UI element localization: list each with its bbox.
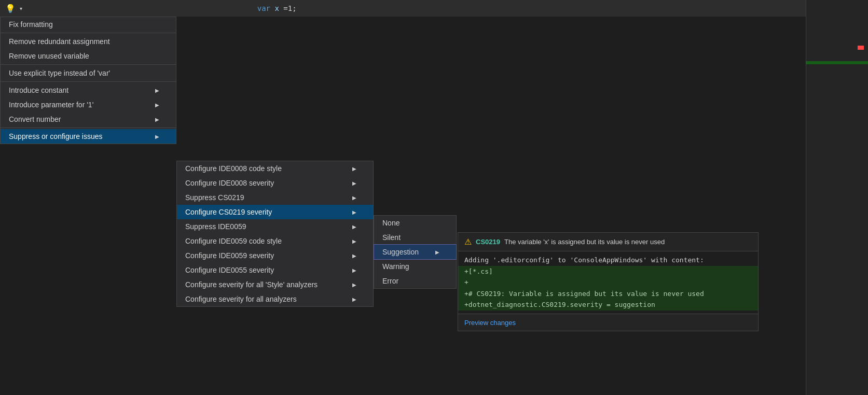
menu-item-remove-unused[interactable]: Remove unused variable [1, 49, 176, 63]
code-line-1: +[*.cs] [458, 266, 758, 277]
minimap-highlight-red [858, 46, 864, 50]
arrow-icon-introduce-constant: ▶ [155, 88, 159, 93]
arrow-icon-introduce-parameter: ▶ [155, 102, 159, 108]
menu-item-configure-cs0219-severity[interactable]: Configure CS0219 severity ▶ [177, 205, 373, 219]
menu-item-configure-ide0008-style[interactable]: Configure IDE0008 code style ▶ [177, 161, 373, 176]
minimap [806, 0, 868, 395]
menu-item-configure-ide0059-style[interactable]: Configure IDE0059 code style ▶ [177, 234, 373, 248]
arrow-icon-configure-cs0219-severity: ▶ [352, 209, 356, 215]
arrow-icon-ide0055-severity: ▶ [352, 267, 356, 273]
menu-separator-4 [1, 128, 176, 128]
menu-item-configure-ide0059-severity[interactable]: Configure IDE0059 severity ▶ [177, 248, 373, 263]
arrow-icon-suggestion: ▶ [435, 249, 439, 255]
secondary-context-menu: Configure IDE0008 code style ▶ Configure… [176, 161, 374, 307]
menu-item-error[interactable]: Error [374, 274, 456, 288]
preview-changes-link[interactable]: Preview changes [464, 319, 516, 327]
menu-item-suppress-ide0059[interactable]: Suppress IDE0059 ▶ [177, 219, 373, 234]
preview-panel: ⚠ CS0219 The variable 'x' is assigned bu… [458, 232, 759, 331]
code-line-4: +dotnet_diagnostic.CS0219.severity = sug… [458, 299, 758, 311]
preview-footer: Preview changes [458, 314, 758, 331]
menu-item-configure-ide0008-severity[interactable]: Configure IDE0008 severity ▶ [177, 176, 373, 190]
code-line-3: +# CS0219: Variable is assigned but its … [458, 288, 758, 300]
menu-item-introduce-parameter[interactable]: Introduce parameter for '1' ▶ [1, 97, 176, 112]
menu-item-silent[interactable]: Silent [374, 230, 456, 245]
primary-context-menu: Fix formatting Remove redundant assignme… [0, 17, 176, 144]
minimap-inner [806, 0, 868, 395]
warning-icon: ⚠ [464, 237, 472, 247]
arrow-icon-all-analyzers: ▶ [352, 297, 356, 302]
menu-item-configure-ide0055-severity[interactable]: Configure IDE0055 severity ▶ [177, 263, 373, 277]
editor-code: var x =1; [56, 4, 297, 12]
keyword-var: var [257, 4, 270, 12]
menu-item-suggestion[interactable]: Suggestion ▶ [374, 245, 456, 259]
arrow-icon-style-analyzers: ▶ [352, 282, 356, 288]
menu-item-suppress-cs0219[interactable]: Suppress CS0219 ▶ [177, 190, 373, 205]
menu-separator-3 [1, 81, 176, 82]
preview-code-block: Adding '.editorconfig' to 'ConsoleAppWin… [458, 251, 758, 314]
tertiary-context-menu: None Silent Suggestion ▶ Warning Error [374, 215, 457, 289]
arrow-icon-ide0008-style: ▶ [352, 166, 356, 172]
menu-separator-2 [1, 64, 176, 65]
editor-topbar: 💡 ▾ var x =1; [0, 0, 868, 17]
menu-item-remove-redundant[interactable]: Remove redundant assignment [1, 34, 176, 49]
code-variable: x [274, 4, 279, 12]
arrow-icon-convert-number: ▶ [155, 117, 159, 122]
arrow-icon-suppress-configure: ▶ [155, 134, 159, 139]
menu-item-warning[interactable]: Warning [374, 259, 456, 274]
minimap-highlight-green [806, 61, 868, 64]
code-line-2: + [458, 277, 758, 288]
menu-item-none[interactable]: None [374, 216, 456, 230]
preview-description: The variable 'x' is assigned but its val… [504, 238, 665, 246]
preview-header: ⚠ CS0219 The variable 'x' is assigned bu… [458, 233, 758, 251]
lightbulb-icon[interactable]: 💡 [4, 2, 17, 15]
arrow-icon-ide0059-style: ▶ [352, 238, 356, 244]
arrow-icon-suppress-cs0219: ▶ [352, 195, 356, 201]
code-line-0: Adding '.editorconfig' to 'ConsoleAppWin… [458, 255, 758, 266]
menu-item-introduce-constant[interactable]: Introduce constant ▶ [1, 83, 176, 97]
cs-code: CS0219 [476, 238, 500, 246]
menu-item-fix-formatting[interactable]: Fix formatting [1, 17, 176, 32]
arrow-icon-ide0059-severity: ▶ [352, 253, 356, 259]
dropdown-arrow-icon[interactable]: ▾ [17, 2, 25, 15]
code-rest: =1; [283, 4, 296, 12]
menu-item-use-explicit[interactable]: Use explicit type instead of 'var' [1, 66, 176, 80]
menu-item-configure-style-analyzers[interactable]: Configure severity for all 'Style' analy… [177, 277, 373, 292]
arrow-icon-ide0008-severity: ▶ [352, 180, 356, 186]
menu-separator-1 [1, 33, 176, 33]
menu-item-configure-all-analyzers[interactable]: Configure severity for all analyzers ▶ [177, 292, 373, 306]
arrow-icon-suppress-ide0059: ▶ [352, 224, 356, 230]
menu-item-convert-number[interactable]: Convert number ▶ [1, 112, 176, 126]
menu-item-suppress-configure[interactable]: Suppress or configure issues ▶ [1, 129, 176, 144]
